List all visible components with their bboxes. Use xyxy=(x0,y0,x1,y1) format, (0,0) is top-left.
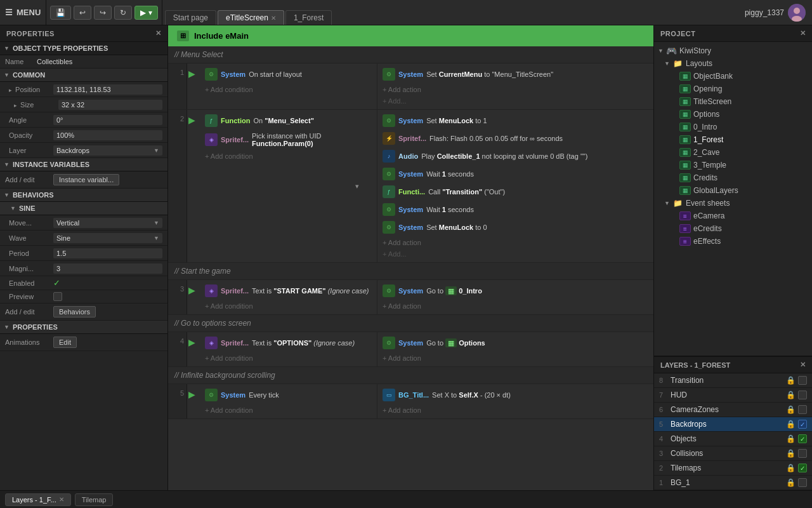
actions-col-3: ⚙ System Go to ▦ 0_Intro + Add action xyxy=(377,280,653,314)
tree-ecredits[interactable]: ≡ eCredits xyxy=(654,222,812,235)
tree-2cave[interactable]: ▦ 2_Cave xyxy=(654,146,812,159)
animations-edit-button[interactable]: Edit xyxy=(53,337,77,348)
sine-section[interactable]: ▼ SINE xyxy=(0,202,167,215)
layer-visible-checkbox[interactable]: ✓ xyxy=(798,420,807,429)
lock-icon[interactable]: 🔒 xyxy=(786,405,796,414)
add-cond-4[interactable]: + Add condition xyxy=(202,352,374,364)
preview-checkbox[interactable] xyxy=(53,292,62,301)
tree-credits[interactable]: ▦ Credits xyxy=(654,171,812,184)
object-type-section[interactable]: ▼ OBJECT TYPE PROPERTIES xyxy=(0,42,167,55)
enabled-check[interactable]: ✓ xyxy=(53,278,60,288)
wave-row: Wave Sine ▼ xyxy=(0,231,167,246)
add-action-3[interactable]: + Add action xyxy=(380,300,651,312)
common-arrow: ▼ xyxy=(4,72,10,78)
project-close-icon[interactable]: ✕ xyxy=(800,29,806,37)
layers-tab-close[interactable]: ✕ xyxy=(59,496,64,503)
layer-row-6[interactable]: 6 CameraZones 🔒 xyxy=(654,403,812,417)
tree-3temple[interactable]: ▦ 3_Temple xyxy=(654,159,812,171)
properties-sub-section[interactable]: ▼ PROPERTIES xyxy=(0,321,167,334)
layer-row-4[interactable]: 4 Objects 🔒 ✓ xyxy=(654,432,812,446)
tree-objectbank[interactable]: ▦ ObjectBank xyxy=(654,70,812,83)
save-button[interactable]: 💾 xyxy=(50,6,71,20)
move-select[interactable]: Vertical ▼ xyxy=(53,218,162,228)
layer-row-1[interactable]: 1 BG_1 🔒 xyxy=(654,476,812,490)
play-button[interactable]: ▶ ▾ xyxy=(134,6,157,20)
preview-label: Preview xyxy=(9,293,53,300)
lock-icon[interactable]: 🔒 xyxy=(786,478,796,487)
include-name: eMain xyxy=(225,31,249,41)
menu-button[interactable]: ☰ MENU xyxy=(0,0,46,25)
layer-visible-checkbox[interactable] xyxy=(798,391,807,399)
tree-0intro[interactable]: ▦ 0_Intro xyxy=(654,121,812,133)
tree-globallayers[interactable]: ▦ GlobalLayers xyxy=(654,184,812,197)
common-section[interactable]: ▼ COMMON xyxy=(0,69,167,82)
lock-icon[interactable]: 🔒 xyxy=(786,391,796,399)
magni-value[interactable]: 3 xyxy=(53,264,162,274)
behaviors-button[interactable]: Behaviors xyxy=(53,306,96,318)
layer-row-8[interactable]: 8 Transition 🔒 xyxy=(654,373,812,388)
size-value[interactable]: 32 x 32 xyxy=(58,100,162,110)
tilemap-bottom-tab[interactable]: Tilemap xyxy=(75,493,114,506)
properties-close-icon[interactable]: ✕ xyxy=(155,29,162,37)
layer-visible-checkbox[interactable]: ✓ xyxy=(798,434,807,443)
lock-icon[interactable]: 🔒 xyxy=(786,376,796,385)
tab-1forest[interactable]: 1_Forest xyxy=(285,10,332,25)
instance-vars-section[interactable]: ▼ INSTANCE VARIABLES xyxy=(0,158,167,171)
opacity-value[interactable]: 100% xyxy=(53,130,162,140)
layers-title-label: LAYERS - 1_FOREST xyxy=(660,361,730,369)
add-action-5[interactable]: + Add action xyxy=(380,404,651,416)
add-action-2b[interactable]: + Add... xyxy=(380,248,651,260)
wave-select[interactable]: Sine ▼ xyxy=(53,233,162,243)
add-condition-1[interactable]: + Add condition xyxy=(202,84,374,95)
tree-titlescreen[interactable]: ▦ TitleScreen xyxy=(654,95,812,108)
tab-close-icon[interactable]: ✕ xyxy=(271,15,276,22)
angle-label: Angle xyxy=(9,116,53,124)
undo-button[interactable]: ↩ xyxy=(74,6,91,20)
tree-opening[interactable]: ▦ Opening xyxy=(654,83,812,95)
layer-visible-checkbox[interactable] xyxy=(798,376,807,385)
add-condition-2[interactable]: + Add condition xyxy=(202,150,374,162)
layer-row-3[interactable]: 3 Collisions 🔒 xyxy=(654,446,812,461)
tree-layouts-folder[interactable]: ▼ 📁 Layouts xyxy=(654,57,812,70)
add-action-2[interactable]: + Add action xyxy=(380,237,651,248)
add-cond-3[interactable]: + Add condition xyxy=(202,300,374,312)
tree-ecamera[interactable]: ≡ eCamera xyxy=(654,210,812,222)
tree-1forest[interactable]: ▦ 1_Forest xyxy=(654,133,812,146)
lock-icon[interactable]: 🔒 xyxy=(786,464,796,472)
add-cond-5[interactable]: + Add condition xyxy=(202,404,374,416)
layer-row-2[interactable]: 2 Tilemaps 🔒 ✓ xyxy=(654,461,812,476)
layer-visible-checkbox[interactable] xyxy=(798,405,807,414)
event-num-5: 5 xyxy=(168,384,187,418)
layer-visible-checkbox[interactable] xyxy=(798,449,807,458)
lock-icon[interactable]: 🔒 xyxy=(786,420,796,429)
add-action-1[interactable]: + Add action xyxy=(380,84,651,95)
angle-value[interactable]: 0° xyxy=(53,115,162,125)
layer-row-5[interactable]: 5 Backdrops 🔒 ✓ xyxy=(654,417,812,432)
instance-var-button[interactable]: Instance variabl... xyxy=(53,174,119,185)
add-action-4[interactable]: + Add action xyxy=(380,352,651,364)
layer-visible-checkbox[interactable] xyxy=(798,478,807,487)
sys-icon2: ⚙ xyxy=(383,168,395,180)
layer-row-7[interactable]: 7 HUD 🔒 xyxy=(654,388,812,403)
tab-etitlescreen[interactable]: eTitleScreen ✕ xyxy=(218,10,284,25)
tree-options[interactable]: ▦ Options xyxy=(654,108,812,121)
redo2-button[interactable]: ↻ xyxy=(114,6,132,20)
tree-eventsheets-folder[interactable]: ▼ 📁 Event sheets xyxy=(654,197,812,210)
redo-button[interactable]: ↪ xyxy=(94,6,112,20)
layers-close-icon[interactable]: ✕ xyxy=(800,361,806,369)
tree-root[interactable]: ▼ 🎮 KiwiStory xyxy=(654,44,812,57)
period-value[interactable]: 1.5 xyxy=(53,248,162,258)
tab-start-page[interactable]: Start page xyxy=(165,10,216,25)
position-value[interactable]: 1132.181, 118.53 xyxy=(53,84,162,95)
lock-icon[interactable]: 🔒 xyxy=(786,434,796,443)
behaviors-section[interactable]: ▼ BEHAVIORS xyxy=(0,189,167,202)
layer-visible-checkbox[interactable]: ✓ xyxy=(798,464,807,472)
expand-handle[interactable]: ▾ xyxy=(355,110,363,262)
layer-select[interactable]: Backdrops ▼ xyxy=(53,145,162,156)
lock-icon[interactable]: 🔒 xyxy=(786,449,796,458)
layer-select-value: Backdrops xyxy=(56,147,89,154)
props-sub-title: PROPERTIES xyxy=(13,323,58,331)
tree-eeffects[interactable]: ≡ eEffects xyxy=(654,235,812,248)
layers-bottom-tab[interactable]: Layers - 1_F... ✕ xyxy=(5,493,71,506)
add-action-1b[interactable]: + Add... xyxy=(380,95,651,107)
